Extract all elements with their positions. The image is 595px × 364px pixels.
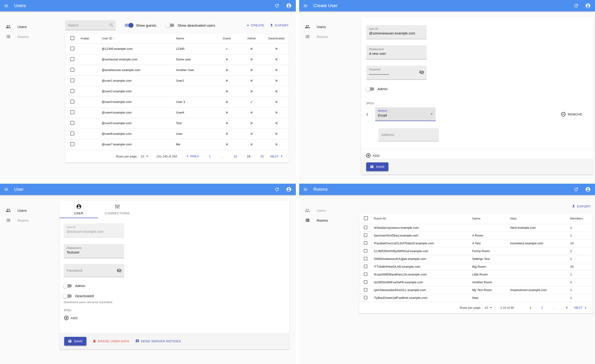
table-row[interactable]: !TyBasDmweIJdfFaeBmk:example.comNew1 xyxy=(359,294,593,302)
hamburger-menu-icon[interactable] xyxy=(303,3,308,8)
page-link[interactable]: 23 xyxy=(234,155,237,158)
page-link[interactable]: 9 xyxy=(566,306,567,309)
row-checkbox[interactable] xyxy=(70,121,74,125)
row-checkbox[interactable] xyxy=(364,280,367,284)
remove-button[interactable]: REMOVE xyxy=(561,112,582,117)
row-checkbox[interactable] xyxy=(364,288,367,292)
password-input[interactable] xyxy=(64,264,124,277)
hamburger-menu-icon[interactable] xyxy=(303,187,308,192)
table-row[interactable]: @anotheruser:example.comAnother User✕✕✕ xyxy=(65,65,289,75)
hamburger-menu-icon[interactable] xyxy=(3,3,9,8)
table-row[interactable]: !LLIMSSNHrhRjsdWNXsd:example.comFunny Ro… xyxy=(359,247,593,255)
sidebar-item-rooms[interactable]: Rooms xyxy=(0,215,59,225)
send-server-notices-button[interactable]: SEND SERVER NOTICES xyxy=(135,339,181,343)
table-row[interactable]: !KuasNWEMasdHasLOs:example.comLittle Roo… xyxy=(359,271,593,278)
row-checkbox[interactable] xyxy=(70,110,74,114)
prev-button[interactable]: PREV xyxy=(185,154,199,159)
refresh-icon[interactable] xyxy=(274,3,280,8)
select-all-checkbox[interactable] xyxy=(364,216,368,220)
visibility-off-icon[interactable] xyxy=(419,70,424,76)
search-input[interactable] xyxy=(65,20,116,30)
row-checkbox[interactable] xyxy=(70,142,74,146)
row-checkbox[interactable] xyxy=(364,296,367,299)
show-guests-toggle[interactable]: Show guests xyxy=(125,23,156,27)
admin-toggle[interactable]: Admin xyxy=(64,284,283,288)
refresh-icon[interactable] xyxy=(573,3,579,8)
page-link[interactable]: 1 xyxy=(209,155,211,158)
tab-user[interactable]: USER xyxy=(59,201,98,218)
save-button[interactable]: SAVE xyxy=(366,162,388,171)
row-checkbox[interactable] xyxy=(364,265,367,268)
table-row[interactable]: @user7:example.comMe✕✕✕ xyxy=(65,139,289,150)
next-button[interactable]: NEXT xyxy=(270,154,284,159)
add-button[interactable]: ADD xyxy=(366,153,380,158)
table-row[interactable]: !OMSDsdweassIlUUjjwe:example.comSettings… xyxy=(359,255,593,263)
row-checkbox[interactable] xyxy=(70,78,74,82)
tab-connections[interactable]: CONNECTIONS xyxy=(98,201,136,218)
sidebar-item-users[interactable]: Users xyxy=(299,205,358,215)
sidebar-item-users[interactable]: Users xyxy=(0,22,59,32)
row-checkbox[interactable] xyxy=(70,89,74,93)
table-row[interactable]: @user5:example.comTest✕✕✕ xyxy=(65,118,289,128)
export-button[interactable]: EXPORT xyxy=(572,204,591,208)
row-checkbox[interactable] xyxy=(364,233,367,237)
admin-toggle[interactable]: Admin xyxy=(366,87,588,91)
row-checkbox[interactable] xyxy=(364,273,367,276)
export-button[interactable]: EXPORT xyxy=(270,23,289,27)
page-link[interactable]: 2 xyxy=(541,306,543,309)
visibility-off-icon[interactable] xyxy=(117,268,122,274)
table-row[interactable]: @user4:example.comUser4✕✕✕ xyxy=(65,107,289,118)
table-row[interactable]: !ykAStwxasdwsKkxGILL:example.comMy Test … xyxy=(359,286,593,294)
table-row[interactable]: @12345:example.com12345✓✕✕ xyxy=(65,43,289,54)
table-row[interactable]: !asSBSlsdWEvaXwPk:example.comAnother Roo… xyxy=(359,278,593,286)
col-header-room-id[interactable]: Room-ID xyxy=(371,213,470,224)
sidebar-item-rooms[interactable]: Rooms xyxy=(0,32,59,42)
row-checkbox[interactable] xyxy=(364,226,367,229)
erase-user-data-button[interactable]: ERASE USER DATA xyxy=(92,339,129,343)
refresh-icon[interactable] xyxy=(573,187,579,192)
displayname-field[interactable]: Displayname A new user xyxy=(366,45,427,59)
row-checkbox[interactable] xyxy=(70,47,74,50)
row-checkbox[interactable] xyxy=(364,257,367,260)
table-row[interactable]: @user6:example.comUser✕✕✕ xyxy=(65,128,289,139)
show-deactivated-toggle[interactable]: Show deactivated users xyxy=(166,23,215,27)
account-icon[interactable] xyxy=(286,187,292,192)
medium-select[interactable]: Medium Email xyxy=(375,107,436,121)
row-checkbox[interactable] xyxy=(70,132,74,135)
save-button[interactable]: SAVE xyxy=(64,337,86,346)
table-row[interactable]: !FasdweDssccaGLdsFRddsOl:example.comA Te… xyxy=(359,239,593,247)
row-checkbox[interactable] xyxy=(70,68,74,72)
account-icon[interactable] xyxy=(585,3,591,8)
hamburger-menu-icon[interactable] xyxy=(3,187,9,192)
account-icon[interactable] xyxy=(585,187,591,192)
table-row[interactable]: @someuser:example.comSome user✕✕✕ xyxy=(65,54,289,65)
sidebar-item-rooms[interactable]: Rooms xyxy=(299,215,358,225)
row-checkbox[interactable] xyxy=(364,241,367,245)
sidebar-item-rooms[interactable]: Rooms xyxy=(299,32,358,42)
create-button[interactable]: +CREATE xyxy=(247,23,264,28)
table-row[interactable]: @user1:example.comUser1✕✕✕ xyxy=(65,75,289,86)
page-link[interactable]: 25 xyxy=(260,155,263,158)
deactivated-toggle[interactable]: Deactivated xyxy=(64,294,283,298)
address-input[interactable] xyxy=(378,128,439,141)
displayname-field[interactable]: Displayname Testuser xyxy=(64,244,124,258)
add-button[interactable]: ADD xyxy=(64,315,78,321)
refresh-icon[interactable] xyxy=(274,187,280,192)
table-row[interactable]: !TTnlslkHHweOLAD:example.comBig Room20 xyxy=(359,263,593,271)
select-all-checkbox[interactable] xyxy=(70,36,74,40)
table-row[interactable]: @user3:example.comUser 3✕✓✕ xyxy=(65,97,289,107)
row-checkbox[interactable] xyxy=(70,100,74,104)
rows-per-page-select[interactable]: 10 xyxy=(141,155,148,158)
sidebar-item-users[interactable]: Users xyxy=(299,22,358,32)
row-checkbox[interactable] xyxy=(364,249,367,252)
password-field[interactable]: Password •••••••••••••••• xyxy=(366,66,427,80)
rows-per-page-select[interactable]: 10 xyxy=(484,306,492,309)
row-checkbox[interactable] xyxy=(70,57,74,61)
table-row[interactable]: !eVasdacvxysewus:example.com#test:exampl… xyxy=(359,224,593,231)
col-header-user-id[interactable]: User-ID↑ xyxy=(99,34,174,43)
account-icon[interactable] xyxy=(286,3,292,8)
next-button[interactable]: NEXT xyxy=(574,305,588,310)
sidebar-item-users[interactable]: Users xyxy=(0,205,59,215)
table-row[interactable]: @user2:example.com✕✕✕ xyxy=(65,86,289,97)
table-row[interactable]: !lasmnwASmDllasi:example.comA Room1 xyxy=(359,231,593,239)
